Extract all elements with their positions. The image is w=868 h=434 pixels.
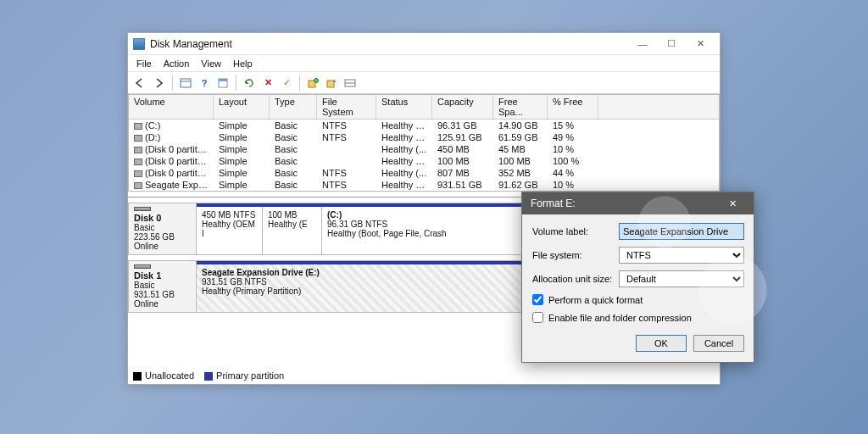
legend-primary-swatch [204,372,213,381]
refresh-icon[interactable] [242,75,257,91]
menu-view[interactable]: View [201,58,221,69]
volume-row[interactable]: (Disk 0 partition 5) SimpleBasicNTFS Hea… [129,167,719,179]
delete-icon[interactable]: ✕ [260,75,275,91]
cancel-button[interactable]: Cancel [693,335,744,352]
disk0-part2[interactable]: 100 MB Healthy (E [263,207,322,254]
attach-vhd-icon[interactable] [324,75,339,91]
quick-format-checkbox[interactable] [532,294,543,305]
svg-point-5 [314,78,319,82]
disk1-header[interactable]: Disk 1 Basic 931.51 GB Online [129,261,197,312]
drive-icon [134,135,142,142]
ok-button[interactable]: OK [636,335,687,352]
col-filesystem[interactable]: File System [317,95,376,119]
help-icon[interactable]: ? [197,75,212,91]
disk-icon [134,207,151,211]
col-free[interactable]: Free Spa... [493,95,548,119]
label-allocation: Allocation unit size: [532,274,614,284]
volume-list-header[interactable]: Volume Layout Type File System Status Ca… [129,95,719,120]
col-type[interactable]: Type [270,95,317,119]
menu-file[interactable]: File [136,58,152,69]
col-status[interactable]: Status [376,95,432,119]
legend: Unallocated Primary partition [133,370,284,381]
disk-icon [134,264,151,269]
dialog-titlebar[interactable]: Format E: ✕ [522,192,754,214]
app-icon [133,38,145,50]
compression-label: Enable file and folder compression [548,313,692,323]
volume-label-input[interactable] [619,223,744,240]
drive-icon [134,159,142,165]
close-button[interactable]: ✕ [686,35,715,53]
titlebar[interactable]: Disk Management — ☐ ✕ [128,33,720,55]
legend-unalloc-swatch [133,372,142,381]
compression-checkbox[interactable] [532,312,543,323]
properties-icon[interactable] [215,75,231,91]
volume-row[interactable]: (Disk 0 partition 2) SimpleBasic Healthy… [129,155,719,167]
dialog-title: Format E: [531,198,720,209]
menu-help[interactable]: Help [233,58,253,69]
volume-row[interactable]: Seagate Expansion... SimpleBasicNTFS Hea… [129,179,719,191]
svg-rect-3 [219,79,227,81]
detach-vhd-icon[interactable] [342,75,358,91]
svg-rect-6 [327,81,334,87]
menubar: File Action View Help [128,55,720,72]
window-title: Disk Management [150,38,628,50]
nav-forward-icon[interactable] [152,75,167,91]
drive-icon [134,170,142,177]
volume-row[interactable]: (Disk 0 partition 1) SimpleBasic Healthy… [129,143,719,155]
maximize-button[interactable]: ☐ [657,35,686,53]
toolbar: ? ✕ ✓ [128,72,720,94]
drive-icon [134,147,142,153]
dialog-close-icon[interactable]: ✕ [720,195,745,212]
col-pctfree[interactable]: % Free [548,95,598,119]
volume-row[interactable]: (D:) SimpleBasicNTFS Healthy (P...125.91… [129,131,719,143]
drive-icon [134,182,142,189]
label-volume: Volume label: [532,226,614,236]
filesystem-select[interactable]: NTFS [619,247,744,264]
allocation-select[interactable]: Default [619,270,744,287]
svg-rect-0 [181,79,191,87]
col-volume[interactable]: Volume [129,95,214,119]
disk0-part1[interactable]: 450 MB NTFS Healthy (OEM I [197,207,263,254]
show-list-icon[interactable] [178,75,193,91]
col-capacity[interactable]: Capacity [432,95,493,119]
menu-action[interactable]: Action [164,58,190,69]
label-filesystem: File system: [532,250,614,260]
minimize-button[interactable]: — [628,35,657,53]
drive-icon [134,123,142,130]
nav-back-icon[interactable] [133,75,148,91]
create-vhd-icon[interactable] [305,75,320,91]
apply-icon[interactable]: ✓ [279,75,294,91]
col-layout[interactable]: Layout [214,95,270,119]
volume-list[interactable]: Volume Layout Type File System Status Ca… [128,94,720,192]
volume-row[interactable]: (C:) Simple Basic NTFS Healthy (B... 96.… [129,120,719,131]
format-dialog: Format E: ✕ Volume label: File system: N… [521,192,754,363]
disk0-header[interactable]: Disk 0 Basic 223.56 GB Online [129,203,197,254]
quick-format-label: Perform a quick format [548,295,643,305]
